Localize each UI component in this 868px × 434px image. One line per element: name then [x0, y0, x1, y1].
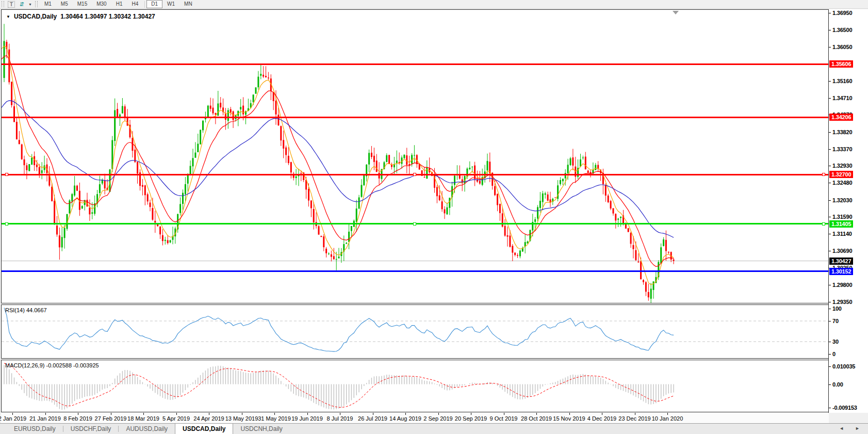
rsi-tick-dash	[829, 321, 831, 322]
date-label: 4 Dec 2019	[587, 415, 616, 422]
date-label: 19 Jun 2019	[291, 415, 323, 422]
rsi-canvas	[2, 305, 828, 358]
tab-scroll-right-button[interactable]: ►	[855, 426, 860, 431]
price-tick-dash	[829, 132, 831, 133]
date-tick	[536, 413, 537, 415]
rsi-label: RSI(14) 44.0667	[5, 307, 47, 313]
timeframe-button-H4[interactable]: H4	[127, 0, 143, 8]
date-label: 10 Jan 2020	[652, 415, 683, 422]
price-tick-label: 1.32030	[832, 197, 852, 203]
date-label: 28 Oct 2019	[521, 415, 552, 422]
date-tick	[176, 413, 177, 415]
price-tick-label: 1.34710	[832, 95, 852, 101]
axis-divider	[828, 9, 829, 413]
price-tick-dash	[829, 183, 831, 183]
rsi-tick-label: 100	[832, 306, 842, 312]
tab-EURUSD[interactable]: EURUSD,Daily	[7, 424, 63, 434]
price-tick-dash	[829, 166, 831, 166]
date-tick	[405, 413, 406, 415]
date-tick	[569, 413, 570, 415]
date-label: 8 Jul 2019	[327, 415, 353, 422]
date-tick	[12, 413, 13, 415]
arrows-tool-icon: ⇵	[19, 1, 24, 8]
macd-tick-dash	[829, 384, 831, 385]
price-tick-dash	[829, 234, 831, 234]
price-tick-dash	[829, 47, 831, 47]
date-tick	[602, 413, 602, 415]
hline-handle[interactable]	[5, 222, 8, 226]
hline-price-label: 1.30152	[829, 268, 853, 275]
toolbar-grip-2[interactable]	[35, 1, 38, 7]
price-tick-dash	[829, 302, 831, 302]
trading-terminal-window: T ⇵ ▼ M1M5M15M30H1H4D1W1MN ▼ USDCAD,Dail…	[0, 0, 868, 434]
hline-handle[interactable]	[413, 173, 416, 176]
timeframe-button-M15[interactable]: M15	[73, 0, 92, 8]
tab-USDCAD[interactable]: USDCAD,Daily	[175, 424, 233, 434]
hline-1.34206[interactable]	[2, 117, 828, 118]
date-tick	[340, 413, 340, 415]
date-label: 31 May 2019	[258, 415, 291, 422]
symbol-tab-bar: EURUSD,DailyUSDCHF,DailyAUDUSD,DailyUSDC…	[0, 423, 868, 434]
main-chart-panel[interactable]: ▼ USDCAD,Daily 1.30464 1.30497 1.30342 1…	[1, 9, 829, 303]
tool-dropdown-caret[interactable]: ▼	[27, 3, 34, 6]
timeframe-button-M30[interactable]: M30	[92, 0, 111, 8]
macd-panel[interactable]: MACD(12,26,9) -0.002588 -0.003925	[1, 360, 829, 412]
hline-price-label: 1.34206	[829, 114, 853, 121]
date-tick	[635, 413, 635, 415]
toolbar-separator	[144, 1, 145, 8]
date-axis[interactable]: 2 Jan 201921 Jan 20198 Feb 201927 Feb 20…	[1, 413, 829, 423]
symbol-dropdown-icon[interactable]: ▼	[6, 14, 10, 19]
date-tick	[242, 413, 242, 415]
date-label: 2 Sep 2019	[423, 415, 452, 422]
date-label: 9 Oct 2019	[490, 415, 518, 422]
date-label: 26 Jul 2019	[358, 415, 387, 422]
hline-handle[interactable]	[5, 173, 8, 176]
timeframe-button-M5[interactable]: M5	[56, 0, 73, 8]
hline-handle[interactable]	[822, 222, 825, 226]
hline-price-label: 1.35606	[829, 60, 853, 68]
hline-1.35606[interactable]	[2, 63, 828, 65]
price-tick-label: 1.33820	[832, 129, 852, 135]
hline-1.30152[interactable]	[2, 270, 828, 272]
hline-handle[interactable]	[413, 222, 416, 226]
timeframe-button-H1[interactable]: H1	[111, 0, 127, 8]
date-label: 5 Apr 2019	[162, 415, 190, 422]
date-label: 27 Feb 2019	[95, 415, 127, 422]
macd-tick-label: 0.010035	[832, 363, 855, 369]
rsi-tick-dash	[829, 354, 831, 355]
macd-tick-dash	[829, 366, 831, 367]
price-tick-label: 1.29800	[832, 282, 852, 288]
tab-scroll-left-button[interactable]: ◄	[839, 426, 844, 431]
date-label: 24 Apr 2019	[193, 415, 224, 422]
tab-AUDUSD[interactable]: AUDUSD,Daily	[119, 424, 175, 434]
rsi-tick-label: 0	[832, 351, 836, 357]
candlestick-canvas[interactable]	[2, 10, 828, 303]
hline-price-label: 1.32700	[829, 171, 853, 178]
chart-shift-marker-icon[interactable]	[673, 11, 679, 14]
hline-handle[interactable]	[822, 173, 825, 176]
rsi-panel[interactable]: RSI(14) 44.0667	[1, 304, 829, 359]
arrows-tool-button[interactable]: ⇵	[17, 1, 27, 8]
timeframe-button-M1[interactable]: M1	[40, 0, 56, 8]
timeframe-button-D1[interactable]: D1	[146, 0, 162, 8]
date-label: 13 May 2019	[225, 415, 258, 422]
toolbar-grip[interactable]	[2, 1, 4, 7]
price-tick-label: 1.29350	[832, 299, 852, 305]
tab-USDCHF[interactable]: USDCHF,Daily	[63, 424, 119, 434]
price-tick-label: 1.36500	[832, 27, 852, 33]
text-tool-button[interactable]: T	[6, 1, 17, 8]
tab-USDCNH[interactable]: USDCNH,Daily	[233, 424, 289, 434]
price-tick-dash	[829, 251, 831, 251]
macd-tick-label: 0.00	[832, 381, 843, 388]
date-tick	[143, 413, 144, 415]
tab-scroll-buttons: ◄ ►	[839, 426, 860, 431]
text-tool-icon: T	[8, 1, 15, 8]
timeframe-button-MN[interactable]: MN	[179, 0, 197, 8]
macd-label: MACD(12,26,9) -0.002588 -0.003925	[5, 362, 99, 368]
hline-price-label: 1.31405	[829, 220, 853, 228]
price-tick-dash	[829, 285, 831, 285]
price-tick-label: 1.31140	[832, 231, 852, 237]
date-tick	[438, 413, 439, 415]
timeframe-button-W1[interactable]: W1	[162, 0, 179, 8]
price-tick-label: 1.30690	[832, 248, 852, 254]
